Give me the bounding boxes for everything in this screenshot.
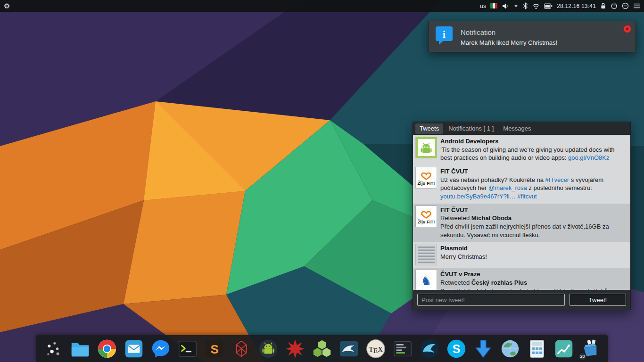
keyboard-layout-indicator[interactable]: us <box>480 3 486 9</box>
model-viewer[interactable] <box>231 338 252 360</box>
dock-items: STEXS20 <box>42 338 602 360</box>
notification-title: Notification <box>461 28 629 36</box>
tab-notifications[interactable]: Notifications [ 1 ] <box>444 123 498 134</box>
battery-icon[interactable] <box>544 3 553 9</box>
tweet-button[interactable]: Tweet! <box>570 294 626 306</box>
tweet-link[interactable]: #ITvecer <box>545 176 570 183</box>
tweet-body: ’Tis the season of giving and we’re givi… <box>440 146 627 162</box>
tweet-item[interactable]: Žiju FIT! FIT ČVUT Už vás nebaví pohádky… <box>413 165 630 204</box>
marble-globe[interactable] <box>499 338 521 360</box>
fit-avatar: Žiju FIT! <box>416 206 437 227</box>
caret-down-icon[interactable] <box>513 3 519 8</box>
tab-messages[interactable]: Messages <box>499 123 535 134</box>
tweet-item[interactable]: Android Developers ’Tis the season of gi… <box>413 135 630 165</box>
tweet-author: FIT ČVUT <box>440 167 627 176</box>
sublime-text[interactable]: S <box>204 338 225 360</box>
cvut-avatar: ♞ <box>416 270 437 290</box>
notification-texts: Notification Marek Mařík liked Merry Chr… <box>461 27 629 46</box>
svg-text:Žiju FIT!: Žiju FIT! <box>418 181 435 186</box>
desktop: ⚙ us28.12.16 13:41 i Notification Marek … <box>0 0 644 362</box>
latex-editor[interactable]: TEX <box>365 338 387 360</box>
volume-icon[interactable] <box>502 2 509 10</box>
tweet-author: Plasmoid <box>440 244 487 253</box>
tweet-link[interactable]: goo.gl/VnO8Kz <box>568 154 609 161</box>
tweet-link[interactable]: @marek_rosa <box>488 184 527 191</box>
google-chrome[interactable] <box>96 338 118 360</box>
system-tray: us28.12.16 13:41 <box>480 2 640 10</box>
tweet-list: Android Developers ’Tis the season of gi… <box>413 135 630 290</box>
dock: STEXS20 <box>36 335 608 362</box>
clock[interactable]: 28.12.16 13:41 <box>557 3 596 9</box>
tweet-link[interactable]: youtu.be/SyBa9e467rY?li… <box>440 193 516 200</box>
new-tweet-input[interactable] <box>417 294 565 306</box>
software-updates[interactable]: 20 <box>580 338 602 360</box>
mail-client[interactable] <box>123 338 145 360</box>
notification-body: Marek Mařík liked Merry Christmas! <box>461 39 629 46</box>
tweet-body: Před chvílí jsem zažil nejrychlejší přen… <box>440 222 627 239</box>
tweet-author: Android Developers <box>440 137 627 146</box>
tab-tweets[interactable]: Tweets <box>415 123 443 134</box>
activities-button[interactable] <box>42 338 64 360</box>
wireshark[interactable] <box>419 338 440 360</box>
skype[interactable]: S <box>446 338 467 360</box>
mysql-workbench[interactable] <box>338 338 360 360</box>
twitter-widget: TweetsNotifications [ 1 ]Messages Androi… <box>413 122 631 310</box>
file-manager[interactable] <box>69 338 91 360</box>
panel-menu-icon[interactable] <box>633 3 640 9</box>
tweet-item[interactable]: Žiju FIT! FIT ČVUT Retweeted Michal Obod… <box>413 204 630 242</box>
svg-text:♞: ♞ <box>421 274 431 288</box>
updates-count-badge: 20 <box>578 353 586 361</box>
tweet-body: Merry Christmas! <box>440 253 487 261</box>
bluetooth-icon[interactable] <box>523 2 528 9</box>
android-studio[interactable] <box>257 338 279 360</box>
flag-icon[interactable] <box>490 3 497 8</box>
svg-text:Žiju FIT!: Žiju FIT! <box>418 219 435 224</box>
close-icon[interactable]: ✕ <box>623 25 631 33</box>
tweet-author: ČVUT v Praze <box>440 270 627 279</box>
kde-launcher-icon[interactable]: ⚙ <box>4 2 10 9</box>
lock-icon[interactable] <box>600 2 606 9</box>
tweet-link[interactable]: #fitcvut <box>517 193 537 200</box>
system-monitor[interactable] <box>392 338 413 360</box>
fit-avatar: Žiju FIT! <box>416 167 437 188</box>
calculator[interactable] <box>526 338 548 360</box>
tweet-retweet-line: Retweeted Český rozhlas Plus <box>440 279 627 287</box>
plasmoid-avatar <box>416 244 437 265</box>
statistics-app[interactable] <box>553 338 575 360</box>
compose-bar: Tweet! <box>413 290 630 310</box>
svg-text:S: S <box>210 342 218 355</box>
top-panel: ⚙ us28.12.16 13:41 <box>0 0 644 12</box>
facebook-messenger[interactable] <box>150 338 172 360</box>
do-not-disturb-icon[interactable] <box>622 2 629 9</box>
hex-tiles-app[interactable] <box>311 338 333 360</box>
tweet-item[interactable]: ♞ ČVUT v Praze Retweeted Český rozhlas P… <box>413 268 630 290</box>
svg-text:S: S <box>453 342 461 355</box>
mathematica[interactable] <box>284 338 306 360</box>
notification-popup: i Notification Marek Mařík liked Merry C… <box>428 21 636 52</box>
tweet-author: FIT ČVUT <box>440 206 627 214</box>
terminal[interactable] <box>177 338 198 360</box>
tweet-retweet-line: Retweeted Michal Oboda <box>440 214 627 222</box>
info-icon: i <box>435 26 453 48</box>
tweet-item[interactable]: Plasmoid Merry Christmas! <box>413 242 630 268</box>
svg-text:i: i <box>443 29 446 40</box>
android-avatar <box>416 137 437 158</box>
tweet-body: Už vás nebaví pohádky? Koukněte na #ITve… <box>440 176 627 201</box>
twitter-tab-bar: TweetsNotifications [ 1 ]Messages <box>413 122 630 135</box>
power-icon[interactable] <box>611 2 618 9</box>
download-manager[interactable] <box>472 338 494 360</box>
wifi-icon[interactable] <box>532 3 540 9</box>
